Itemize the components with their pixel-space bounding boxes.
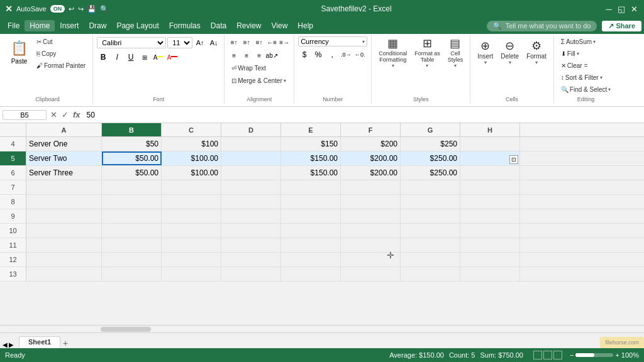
menu-draw[interactable]: Draw: [84, 20, 111, 31]
menu-insert[interactable]: Insert: [55, 20, 84, 31]
row-num-11[interactable]: 11: [0, 238, 26, 252]
cell-e12[interactable]: [281, 253, 341, 266]
cell-a6[interactable]: Server Three: [26, 166, 102, 180]
cell-g5[interactable]: $250.00: [401, 151, 460, 165]
cell-c12[interactable]: [162, 253, 221, 266]
menu-home[interactable]: Home: [25, 20, 55, 31]
row-num-9[interactable]: 9: [0, 209, 26, 223]
align-left-button[interactable]: ≡: [228, 50, 240, 61]
cell-b7[interactable]: [102, 180, 162, 194]
sheet-tab-sheet1[interactable]: Sheet1: [19, 336, 60, 348]
cell-h4[interactable]: [460, 137, 520, 151]
align-top-right-button[interactable]: ≡↑: [253, 36, 265, 48]
fill-button[interactable]: ⬇ Fill ▾: [558, 48, 599, 59]
cell-h13[interactable]: [460, 267, 520, 281]
cell-b10[interactable]: [102, 224, 162, 238]
paste-options-icon[interactable]: ⊡: [509, 155, 518, 164]
fill-color-button[interactable]: A: [152, 51, 165, 63]
copy-button[interactable]: ⎘ Copy: [33, 48, 89, 59]
align-top-left-button[interactable]: ≡↑: [228, 36, 240, 48]
cell-b8[interactable]: [102, 195, 162, 209]
border-button[interactable]: ⊞: [138, 51, 151, 63]
menu-help[interactable]: Help: [292, 20, 318, 31]
cell-b5[interactable]: $50.00: [102, 151, 162, 165]
cell-g7[interactable]: [401, 180, 460, 194]
cell-c11[interactable]: [162, 238, 221, 252]
align-top-center-button[interactable]: ≡↑: [241, 36, 252, 48]
cell-d9[interactable]: [221, 209, 281, 223]
font-family-select[interactable]: Calibri: [97, 37, 166, 48]
cell-g13[interactable]: [401, 267, 460, 281]
redo-icon[interactable]: ↪: [78, 5, 84, 13]
menu-page-layout[interactable]: Page Layout: [111, 20, 164, 31]
decrease-font-button[interactable]: A↓: [208, 36, 220, 49]
cell-h5[interactable]: ⊡: [460, 151, 520, 165]
cell-a13[interactable]: [26, 267, 102, 281]
cell-e10[interactable]: [281, 224, 341, 238]
comma-button[interactable]: ,: [326, 48, 338, 61]
function-icon[interactable]: fx: [72, 110, 82, 119]
cell-d10[interactable]: [221, 224, 281, 238]
cut-button[interactable]: ✂ Cut: [33, 36, 89, 47]
cell-c7[interactable]: [162, 180, 221, 194]
paste-button[interactable]: 📋 Paste: [6, 36, 32, 68]
cell-c4[interactable]: $100: [162, 137, 221, 151]
cell-a4[interactable]: Server One: [26, 137, 102, 151]
cell-a11[interactable]: [26, 238, 102, 252]
orientation-button[interactable]: ab↗: [266, 50, 277, 61]
cell-c8[interactable]: [162, 195, 221, 209]
cell-e11[interactable]: [281, 238, 341, 252]
cell-e7[interactable]: [281, 180, 341, 194]
cell-a5[interactable]: Server Two: [26, 151, 102, 165]
decrease-indent-button[interactable]: ←≡: [266, 36, 277, 48]
cell-c10[interactable]: [162, 224, 221, 238]
percent-button[interactable]: %: [312, 48, 325, 61]
merge-dropdown-arrow[interactable]: ▾: [284, 78, 286, 84]
formula-input[interactable]: [84, 111, 641, 119]
delete-button[interactable]: ⊖ Delete ▾: [497, 36, 522, 68]
share-button[interactable]: ↗ Share: [602, 21, 641, 31]
cell-c13[interactable]: [162, 267, 221, 281]
cell-a8[interactable]: [26, 195, 102, 209]
cell-a9[interactable]: [26, 209, 102, 223]
name-box[interactable]: [3, 110, 47, 120]
conditional-formatting-button[interactable]: ▦ ConditionalFormatting ▾: [375, 36, 410, 68]
cell-f13[interactable]: [341, 267, 401, 281]
cell-h11[interactable]: [460, 238, 520, 252]
save-icon[interactable]: 💾: [87, 5, 96, 13]
cancel-icon[interactable]: ✕: [49, 110, 58, 119]
cell-e9[interactable]: [281, 209, 341, 223]
cell-a7[interactable]: [26, 180, 102, 194]
format-painter-button[interactable]: 🖌 Format Painter: [33, 60, 89, 71]
menu-review[interactable]: Review: [231, 20, 266, 31]
cell-d11[interactable]: [221, 238, 281, 252]
row-num-6[interactable]: 6: [0, 166, 26, 180]
search-placeholder[interactable]: Tell me what you want to do: [506, 22, 591, 30]
cell-d5[interactable]: [221, 151, 281, 165]
col-header-c[interactable]: C: [162, 123, 221, 136]
col-header-g[interactable]: G: [401, 123, 460, 136]
close-button[interactable]: ✕: [629, 4, 639, 14]
row-num-8[interactable]: 8: [0, 195, 26, 209]
increase-indent-button[interactable]: ≡→: [279, 36, 290, 48]
cell-styles-button[interactable]: ▤ CellStyles ▾: [445, 36, 467, 68]
cell-f6[interactable]: $200.00: [341, 166, 401, 180]
format-button[interactable]: ⚙ Format ▾: [523, 36, 550, 68]
autosum-button[interactable]: Σ AutoSum ▾: [558, 36, 599, 47]
page-break-view-button[interactable]: [553, 351, 562, 359]
cell-f4[interactable]: $200: [341, 137, 401, 151]
cell-b4[interactable]: $50: [102, 137, 162, 151]
cell-e13[interactable]: [281, 267, 341, 281]
cell-f9[interactable]: [341, 209, 401, 223]
zoom-in-button[interactable]: +: [615, 351, 619, 359]
cell-b12[interactable]: [102, 253, 162, 266]
increase-font-button[interactable]: A↑: [194, 36, 206, 49]
decrease-decimal-button[interactable]: ←0.: [353, 48, 366, 61]
cell-g8[interactable]: [401, 195, 460, 209]
cell-g11[interactable]: [401, 238, 460, 252]
increase-decimal-button[interactable]: .0→: [340, 48, 352, 61]
align-center-button[interactable]: ≡: [241, 50, 252, 61]
find-select-button[interactable]: 🔍 Find & Select ▾: [558, 84, 614, 95]
cell-g10[interactable]: [401, 224, 460, 238]
currency-button[interactable]: $: [298, 48, 311, 61]
